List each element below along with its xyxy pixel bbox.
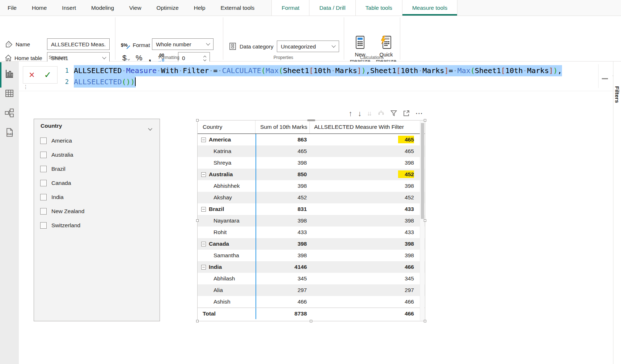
checkbox-america[interactable] [40, 137, 47, 144]
slicer-collapse-chevron-icon[interactable] [149, 125, 152, 131]
scrollbar-thumb[interactable] [421, 123, 424, 219]
measure-name-input[interactable]: ALLSELECTED Meas... [47, 38, 110, 50]
filters-pane-collapsed[interactable]: Filters [613, 62, 621, 364]
table-row-abhilash[interactable]: Abhilash345345 [198, 273, 425, 284]
slicer-item-india[interactable]: India [34, 190, 160, 204]
main-menu: FileHomeInsertModelingViewOptimizeHelpEx… [0, 0, 262, 16]
tab-data-drill[interactable]: Data / Drill [309, 0, 355, 16]
slicer-item-brazil[interactable]: Brazil [34, 162, 160, 176]
data-category-dropdown[interactable]: Uncategorized [277, 41, 339, 52]
dax-code-editor[interactable]: 1ALLSELECTED·Measure·With·Filter·=·CALCU… [59, 65, 596, 88]
collapse-icon[interactable] [201, 242, 206, 246]
row-label-cell: Canada [198, 238, 255, 250]
menu-item-view[interactable]: View [122, 0, 149, 16]
resize-handle[interactable] [196, 119, 199, 122]
model-view-icon[interactable] [5, 108, 14, 118]
table-row-brazil[interactable]: Brazil831433 [198, 203, 425, 215]
country-slicer[interactable]: Country AmericaAustraliaBrazilCanadaIndi… [34, 119, 160, 321]
more-options-icon[interactable]: ⋯ [415, 109, 423, 118]
resize-handle[interactable] [424, 320, 426, 322]
table-row-alia[interactable]: Alia297297 [198, 284, 425, 296]
resize-handle[interactable] [196, 320, 199, 322]
data-view-icon[interactable] [5, 89, 14, 98]
drill-down-icon[interactable]: ↓ [358, 110, 362, 117]
checkbox-new-zealand[interactable] [40, 208, 47, 215]
checkbox-australia[interactable] [40, 152, 47, 158]
dax-query-view-icon[interactable]: DAX [5, 128, 14, 137]
column-header-measure[interactable]: ALLSELECTED Measure With Filter [310, 120, 425, 134]
go-to-next-level-icon[interactable]: ↓↓ [367, 110, 372, 117]
measure-cell: 466 [310, 310, 425, 317]
table-row-ashish[interactable]: Ashish466466 [198, 296, 425, 308]
expand-all-down-icon[interactable] [377, 110, 385, 117]
table-body: America863465Katrina465465Shreya398398Au… [198, 134, 425, 319]
measure-value: 297 [405, 287, 414, 293]
slicer-item-switzerland[interactable]: Switzerland [34, 218, 160, 232]
measure-value: 398 [405, 241, 414, 247]
slicer-item-new-zealand[interactable]: New Zealand [34, 204, 160, 218]
format-icon: $% [121, 42, 128, 48]
table-row-katrina[interactable]: Katrina465465 [198, 145, 425, 157]
collapse-icon[interactable] [201, 265, 206, 270]
report-view-icon[interactable] [5, 69, 14, 79]
cancel-formula-icon[interactable]: × [29, 70, 35, 80]
tab-measure-tools[interactable]: Measure tools [402, 0, 457, 16]
menu-item-optimize[interactable]: Optimize [149, 0, 186, 16]
dax-formula-bar: × ✓ ⋮ 1ALLSELECTED·Measure·With·Filter·=… [19, 62, 621, 91]
new-measure-button[interactable]: New measure [347, 35, 373, 64]
table-row-america[interactable]: America863465 [198, 134, 425, 145]
table-row-india[interactable]: India4146466 [198, 261, 425, 273]
focus-mode-icon[interactable] [403, 110, 410, 117]
slicer-item-label: New Zealand [51, 208, 84, 215]
menu-item-home[interactable]: Home [24, 0, 54, 16]
table-row-canada[interactable]: Canada398398 [198, 238, 425, 250]
matrix-table: Country Sum of 10th Marks ALLSELECTED Me… [198, 120, 425, 321]
collapse-icon[interactable] [201, 207, 206, 212]
visual-header-toolbar: ↑ ↓ ↓↓ ⋯ [329, 108, 423, 119]
table-row-abhishhek[interactable]: Abhishhek398398 [198, 180, 425, 192]
quick-measure-button[interactable]: Quick measure [373, 35, 399, 64]
checkbox-brazil[interactable] [40, 166, 47, 172]
visual-drag-grip[interactable] [307, 119, 315, 121]
table-row-rohit[interactable]: Rohit433433 [198, 227, 425, 238]
tab-table-tools[interactable]: Table tools [355, 0, 402, 16]
formula-bar-drag-handle[interactable]: ⋮ [23, 84, 29, 90]
column-header-sum[interactable]: Sum of 10th Marks [255, 120, 310, 134]
table-row-australia[interactable]: Australia850452 [198, 169, 425, 180]
slicer-item-australia[interactable]: Australia [34, 148, 160, 162]
dax-token: · [122, 66, 126, 75]
checkbox-switzerland[interactable] [40, 222, 47, 229]
filter-icon[interactable] [390, 110, 397, 117]
menu-item-insert[interactable]: Insert [54, 0, 84, 16]
resize-handle[interactable] [196, 219, 199, 222]
sum-value: 452 [297, 194, 307, 201]
slicer-item-canada[interactable]: Canada [34, 176, 160, 190]
menu-item-help[interactable]: Help [186, 0, 213, 16]
checkbox-canada[interactable] [40, 180, 47, 186]
table-row-akshay[interactable]: Akshay452452 [198, 192, 425, 203]
column-header-country[interactable]: Country [198, 120, 255, 134]
highlighted-measure-value: 452 [398, 170, 414, 178]
collapse-icon[interactable] [201, 172, 206, 177]
menu-item-file[interactable]: File [0, 0, 24, 16]
drill-up-icon[interactable]: ↑ [348, 110, 352, 117]
table-row-shreya[interactable]: Shreya398398 [198, 157, 425, 169]
tab-format[interactable]: Format [271, 0, 309, 16]
resize-handle[interactable] [424, 219, 426, 222]
table-row-nayantara[interactable]: Nayantara398398 [198, 215, 425, 227]
commit-formula-icon[interactable]: ✓ [44, 71, 51, 79]
resize-handle[interactable] [424, 119, 426, 122]
table-visual[interactable]: Country Sum of 10th Marks ALLSELECTED Me… [197, 120, 425, 321]
collapse-icon[interactable] [201, 137, 206, 142]
measure-cell: 466 [310, 264, 425, 270]
format-dropdown[interactable]: Whole number [152, 38, 214, 50]
table-row-total[interactable]: Total8738466 [198, 308, 425, 319]
row-label: Akshay [214, 194, 232, 201]
menu-item-external-tools[interactable]: External tools [213, 0, 262, 16]
table-row-samantha[interactable]: Samantha398398 [198, 250, 425, 261]
resize-handle[interactable] [310, 320, 312, 322]
checkbox-india[interactable] [40, 194, 47, 200]
slicer-item-america[interactable]: America [34, 134, 160, 148]
menu-item-modeling[interactable]: Modeling [84, 0, 122, 16]
data-category-value: Uncategorized [281, 43, 332, 50]
